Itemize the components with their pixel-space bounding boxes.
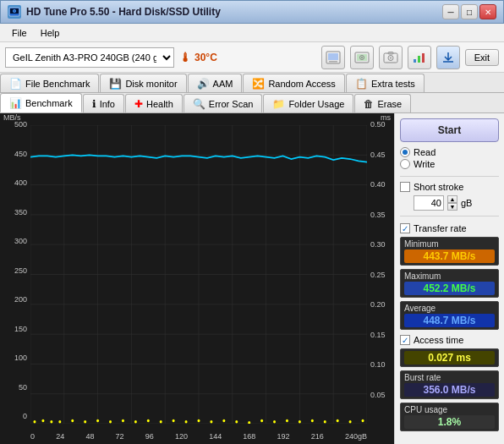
y-label-300: 300 xyxy=(3,237,27,245)
folder-usage-icon: 📁 xyxy=(272,98,285,110)
stroke-unit: gB xyxy=(461,198,472,208)
svg-point-68 xyxy=(362,419,364,423)
thermometer-icon: 🌡 xyxy=(179,51,191,64)
read-radio-item[interactable]: Read xyxy=(400,147,499,157)
x-label-192: 192 xyxy=(277,432,290,441)
y-label-150: 150 xyxy=(3,325,27,333)
chart-y-labels-right: 0.50 0.45 0.40 0.35 0.30 0.25 0.20 0.15 … xyxy=(370,120,391,420)
svg-point-42 xyxy=(41,419,44,423)
chart-area: MB/s ms 500 450 400 350 300 250 200 150 … xyxy=(0,113,394,444)
y-right-015: 0.15 xyxy=(370,331,391,339)
cpu-label: CPU usage xyxy=(404,405,495,414)
burst-rate-label: Burst rate xyxy=(404,373,495,382)
right-panel: Start Read Write Short stroke ▲ ▼ gB xyxy=(394,113,504,444)
svg-point-60 xyxy=(260,419,263,423)
tab-extra-tests-label: Extra tests xyxy=(371,79,415,89)
x-label-72: 72 xyxy=(116,432,124,441)
write-radio-item[interactable]: Write xyxy=(400,159,499,169)
tab-folder-usage[interactable]: 📁 Folder Usage xyxy=(263,94,353,112)
tab-erase[interactable]: 🗑 Erase xyxy=(354,94,411,112)
x-label-216: 216 xyxy=(311,432,324,441)
tab-file-benchmark[interactable]: 📄 File Benchmark xyxy=(0,74,99,92)
svg-point-67 xyxy=(349,420,352,424)
maximize-button[interactable]: □ xyxy=(461,4,478,19)
toolbar-btn-camera[interactable] xyxy=(379,46,403,69)
cpu-usage-stat: CPU usage 1.8% xyxy=(400,403,499,431)
y-label-350: 350 xyxy=(3,208,27,217)
access-time-value: 0.027 ms xyxy=(404,351,495,365)
transfer-rate-checkbox[interactable] xyxy=(400,223,410,233)
svg-point-13 xyxy=(389,57,391,58)
y-right-045: 0.45 xyxy=(370,151,391,159)
toolbar-btn-download[interactable] xyxy=(436,46,460,69)
tab-erase-label: Erase xyxy=(377,99,402,109)
close-button[interactable]: ✕ xyxy=(479,4,496,19)
svg-point-3 xyxy=(14,10,15,12)
stroke-value-input[interactable] xyxy=(414,195,444,211)
svg-rect-6 xyxy=(329,61,337,63)
x-label-0: 0 xyxy=(30,432,35,441)
svg-rect-5 xyxy=(328,53,338,60)
tab-benchmark-label: Benchmark xyxy=(25,98,73,108)
stroke-spin-down[interactable]: ▼ xyxy=(447,203,457,211)
svg-point-64 xyxy=(311,419,314,423)
exit-button[interactable]: Exit xyxy=(465,49,499,66)
tab-error-scan[interactable]: 🔍 Error Scan xyxy=(184,94,263,112)
svg-point-45 xyxy=(71,419,74,423)
access-time-checkbox[interactable] xyxy=(400,335,410,345)
menu-help[interactable]: Help xyxy=(34,26,67,40)
drive-select[interactable]: GeIL Zenith A3-PRO 240GB (240 gB) xyxy=(5,47,174,68)
start-button[interactable]: Start xyxy=(400,118,499,142)
read-radio-button[interactable] xyxy=(400,147,410,157)
svg-point-55 xyxy=(198,419,200,423)
tab-error-scan-label: Error Scan xyxy=(209,99,254,109)
average-label: Average xyxy=(404,304,495,313)
divider-1 xyxy=(400,176,499,177)
svg-point-56 xyxy=(210,420,212,424)
toolbar-btn-chart[interactable] xyxy=(408,46,431,69)
tab-disk-monitor[interactable]: 💾 Disk monitor xyxy=(100,74,186,92)
svg-point-58 xyxy=(235,420,238,424)
benchmark-chart xyxy=(30,125,367,424)
minimize-button[interactable]: ─ xyxy=(442,4,459,19)
tabs-row2: 📊 Benchmark ℹ Info ✚ Health 🔍 Error Scan… xyxy=(0,93,504,113)
short-stroke-checkbox-item[interactable]: Short stroke xyxy=(400,182,499,192)
random-access-icon: 🔀 xyxy=(252,78,265,90)
toolbar-btn-1[interactable] xyxy=(321,46,345,69)
tab-info[interactable]: ℹ Info xyxy=(83,94,124,112)
tab-info-label: Info xyxy=(100,99,115,109)
short-stroke-label: Short stroke xyxy=(414,182,463,192)
x-label-240gb: 240gB xyxy=(345,432,367,441)
average-stat: Average 448.7 MB/s xyxy=(400,301,499,330)
transfer-rate-checkbox-row: Transfer rate xyxy=(400,223,499,233)
health-icon: ✚ xyxy=(134,98,143,110)
y-right-005: 0.05 xyxy=(370,391,391,399)
minimum-value: 443.7 MB/s xyxy=(404,249,495,263)
toolbar-btn-2[interactable] xyxy=(350,46,374,69)
extra-tests-icon: 📋 xyxy=(355,78,368,90)
svg-point-66 xyxy=(337,419,339,423)
write-radio-button[interactable] xyxy=(400,159,410,169)
tab-extra-tests[interactable]: 📋 Extra tests xyxy=(346,74,425,92)
menu-bar: File Help xyxy=(0,24,504,42)
svg-point-48 xyxy=(109,420,112,424)
svg-point-52 xyxy=(160,420,162,424)
short-stroke-checkbox[interactable] xyxy=(400,182,410,192)
menu-file[interactable]: File xyxy=(5,26,34,40)
x-label-24: 24 xyxy=(56,432,64,441)
tab-random-access[interactable]: 🔀 Random Access xyxy=(243,74,344,92)
svg-point-51 xyxy=(147,419,150,423)
access-time-stat: 0.027 ms xyxy=(400,348,499,367)
divider-2 xyxy=(400,216,499,217)
x-label-144: 144 xyxy=(209,432,222,441)
tab-aam[interactable]: 🔊 AAM xyxy=(188,74,243,92)
burst-rate-value: 356.0 MB/s xyxy=(404,383,495,397)
tab-aam-label: AAM xyxy=(213,79,233,89)
maximum-value: 452.2 MB/s xyxy=(404,282,495,295)
tab-health[interactable]: ✚ Health xyxy=(125,94,183,112)
maximum-label: Maximum xyxy=(404,271,495,281)
stroke-spin-up[interactable]: ▲ xyxy=(447,195,457,203)
toolbar: GeIL Zenith A3-PRO 240GB (240 gB) 🌡 30°C… xyxy=(0,42,504,73)
tab-benchmark[interactable]: 📊 Benchmark xyxy=(0,93,82,112)
svg-point-57 xyxy=(222,419,225,423)
